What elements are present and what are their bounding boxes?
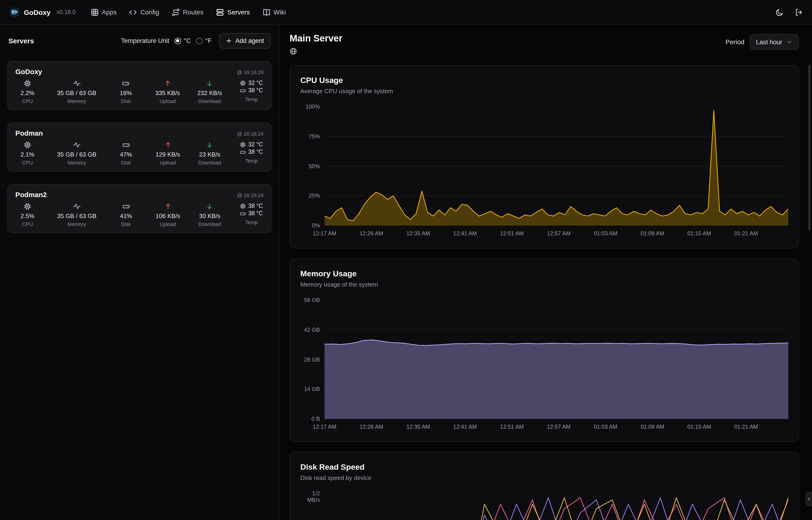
- download-label: Download: [198, 221, 221, 227]
- memory-value: 35 GB / 63 GB: [57, 89, 96, 97]
- download-value: 232 KB/s: [197, 89, 222, 97]
- nav-item-servers[interactable]: Servers: [216, 8, 250, 16]
- chart-plot-area: [325, 300, 788, 419]
- radio-unselected-icon: [196, 37, 202, 44]
- upload-label: Upload: [160, 160, 176, 165]
- fahrenheit-radio[interactable]: °F: [196, 37, 212, 44]
- cpu-chip-icon: [24, 203, 31, 210]
- server-card-godoxy[interactable]: GoDoxy @ 16:16:24 2.2% CPU 35 GB / 63 GB: [7, 61, 272, 110]
- server-card-podman[interactable]: Podman @ 16:16:24 2.1% CPU 35 GB / 63 GB: [7, 123, 272, 172]
- memory-stat: 35 GB / 63 GB Memory: [57, 80, 96, 104]
- temperature-unit-label: Temperature Unit: [121, 37, 169, 44]
- y-axis-tick: 56 GB: [304, 297, 320, 303]
- memory-usage-card: Memory Usage Memory usage of the system …: [289, 259, 799, 442]
- activity-icon: [73, 203, 81, 210]
- chart-title: CPU Usage: [300, 76, 788, 85]
- cpu-label: CPU: [22, 160, 33, 165]
- y-axis: 100%75%50%25%0%: [300, 103, 325, 229]
- cpu-temp-value: 32 °C: [248, 80, 263, 86]
- period-group: Period Last hour: [725, 34, 799, 50]
- x-axis-tick: 12:17 AM: [313, 423, 336, 430]
- cpu-temp-value: 38 °C: [248, 203, 263, 209]
- disk-label: Disk: [121, 160, 131, 165]
- top-navbar: GoDoxy v0.18.0 Apps Config Routes Server…: [0, 0, 812, 25]
- x-axis-tick: 12:35 AM: [407, 423, 430, 430]
- cpu-chip-icon: [240, 80, 246, 86]
- disk-value: 47%: [120, 151, 132, 158]
- x-axis-tick: 01:21 AM: [734, 230, 758, 237]
- hard-drive-icon: [240, 87, 246, 94]
- nav-item-apps[interactable]: Apps: [90, 8, 117, 16]
- globe-icon[interactable]: [289, 48, 297, 55]
- sidebar-title: Servers: [8, 37, 34, 45]
- disk-read-speed-card: Disk Read Speed Disk read speed by devic…: [289, 452, 799, 520]
- y-axis-tick: 28 GB: [304, 356, 320, 363]
- cpu-value: 2.1%: [21, 151, 34, 158]
- hard-drive-icon: [122, 141, 130, 149]
- cpu-chip-icon: [240, 141, 246, 148]
- server-card-podman2[interactable]: Podman2 @ 16:16:24 2.5% CPU 35 GB / 63 G…: [7, 184, 272, 233]
- memory-value: 35 GB / 63 GB: [57, 151, 96, 158]
- hard-drive-icon: [122, 203, 130, 210]
- y-axis: 1/2 MB/s: [300, 490, 325, 520]
- temperature-unit-group: Temperature Unit °C °F Add agent: [121, 33, 271, 49]
- cpu-chip-icon: [240, 203, 246, 209]
- server-updated-time: @ 16:16:24: [237, 70, 263, 75]
- disk-temp-value: 38 °C: [248, 149, 263, 155]
- period-select[interactable]: Last hour: [749, 34, 799, 50]
- disk-label: Disk: [121, 98, 131, 104]
- server-updated-time: @ 16:16:24: [237, 131, 263, 136]
- disk-stat: 16% Disk: [114, 80, 138, 104]
- hard-drive-icon: [122, 80, 130, 87]
- x-axis-tick: 12:26 AM: [359, 230, 383, 237]
- nav-item-wiki[interactable]: Wiki: [262, 8, 286, 16]
- nav-item-routes[interactable]: Routes: [172, 8, 204, 16]
- celsius-label: °C: [184, 37, 191, 44]
- cpu-label: CPU: [22, 221, 33, 227]
- theme-toggle-button[interactable]: [776, 8, 784, 16]
- x-axis: 12:17 AM12:26 AM12:35 AM12:41 AM12:51 AM…: [325, 230, 788, 238]
- main-nav: Apps Config Routes Servers Wiki: [90, 8, 286, 16]
- x-axis-tick: 01:15 AM: [688, 423, 711, 430]
- cpu-chip-icon: [24, 141, 31, 149]
- upload-label: Upload: [160, 98, 176, 104]
- disk-value: 41%: [120, 212, 132, 219]
- brand-name: GoDoxy: [24, 8, 51, 16]
- servers-sidebar: Servers Temperature Unit °C °F Add agent: [0, 25, 279, 520]
- y-axis-tick: 1/2 MB/s: [300, 490, 320, 503]
- upload-arrow-icon: [164, 141, 172, 149]
- upload-stat: 106 KB/s Upload: [156, 203, 180, 227]
- y-axis-tick: 0%: [312, 222, 320, 229]
- logout-button[interactable]: [795, 8, 803, 16]
- temp-stat: 32 °C 38 °C Temp: [239, 141, 263, 165]
- godoxy-app: GoDoxy v0.18.0 Apps Config Routes Server…: [0, 0, 812, 520]
- temp-label: Temp: [245, 97, 258, 102]
- add-agent-button[interactable]: Add agent: [220, 33, 271, 49]
- x-axis-tick: 01:09 AM: [641, 423, 664, 430]
- download-label: Download: [198, 160, 221, 165]
- cpu-usage-chart: 100%75%50%25%0% 12:17 AM12:26 AM12:35 AM…: [300, 107, 788, 238]
- cpu-value: 2.5%: [21, 212, 34, 219]
- route-icon: [172, 8, 180, 16]
- disk-label: Disk: [121, 221, 131, 227]
- server-name: GoDoxy: [16, 68, 42, 76]
- cpu-usage-card: CPU Usage Average CPU usage of the syste…: [289, 65, 799, 249]
- scrollbar-thumb[interactable]: [808, 65, 811, 231]
- y-axis: 56 GB42 GB28 GB14 GB0 B: [300, 297, 325, 422]
- logout-icon: [795, 8, 803, 16]
- temp-stat: 38 °C 38 °C Temp: [239, 203, 263, 227]
- memory-stat: 35 GB / 63 GB Memory: [57, 141, 96, 165]
- x-axis-tick: 12:51 AM: [500, 423, 524, 430]
- disk-temp-value: 38 °C: [248, 87, 263, 94]
- chart-subtitle: Memory usage of the system: [300, 281, 788, 288]
- celsius-radio[interactable]: °C: [174, 37, 191, 44]
- temp-label: Temp: [245, 219, 258, 225]
- panel-collapse-handle[interactable]: [806, 492, 812, 506]
- memory-usage-chart: 56 GB42 GB28 GB14 GB0 B 12:17 AM12:26 AM…: [300, 300, 788, 431]
- nav-item-config[interactable]: Config: [129, 8, 159, 16]
- navbar-actions: [776, 8, 803, 16]
- upload-value: 335 KB/s: [155, 89, 180, 97]
- memory-label: Memory: [67, 221, 86, 227]
- x-axis-tick: 12:41 AM: [453, 423, 477, 430]
- server-name: Podman: [16, 129, 43, 137]
